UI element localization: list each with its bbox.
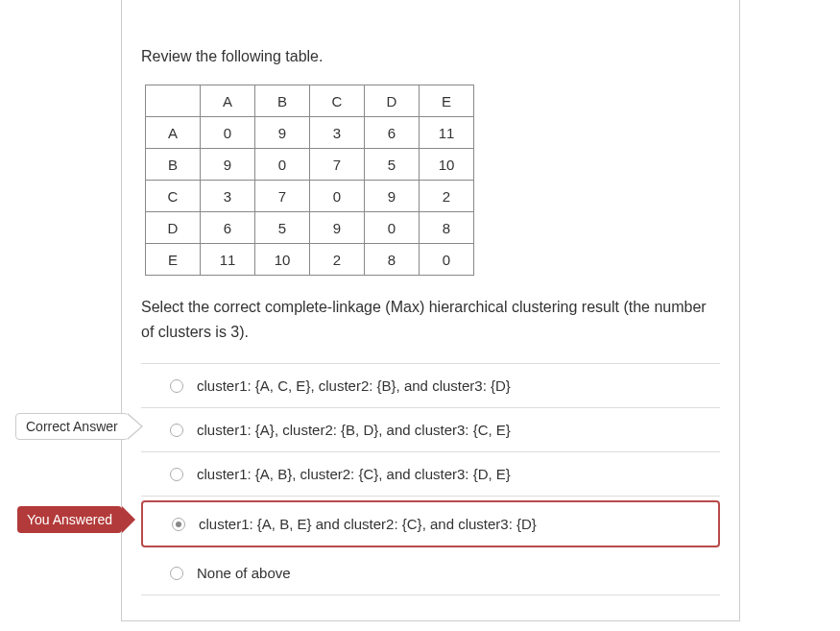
table-cell: 0 bbox=[201, 117, 255, 149]
table-header-cell bbox=[146, 85, 201, 117]
table-cell: 5 bbox=[365, 149, 420, 181]
radio-icon bbox=[170, 424, 183, 437]
table-cell: 9 bbox=[365, 181, 420, 212]
badge-label: Correct Answer bbox=[26, 419, 118, 434]
table-cell: 7 bbox=[255, 181, 310, 212]
option-2[interactable]: cluster1: {A}, cluster2: {B, D}, and clu… bbox=[141, 408, 720, 452]
option-label: cluster1: {A, B}, cluster2: {C}, and clu… bbox=[197, 466, 511, 482]
table-row-label: E bbox=[146, 244, 201, 276]
table-header-cell: D bbox=[365, 85, 420, 117]
radio-icon-filled bbox=[172, 518, 185, 531]
option-5[interactable]: None of above bbox=[141, 551, 720, 595]
options-list: cluster1: {A, C, E}, cluster2: {B}, and … bbox=[141, 363, 720, 595]
option-label: cluster1: {A, B, E} and cluster2: {C}, a… bbox=[199, 516, 537, 532]
question-content: Review the following table. A B C D E A … bbox=[122, 0, 739, 615]
option-4-selected[interactable]: cluster1: {A, B, E} and cluster2: {C}, a… bbox=[141, 500, 720, 547]
table-cell: 0 bbox=[255, 149, 310, 181]
table-row-label: C bbox=[146, 181, 201, 212]
table-header-cell: E bbox=[420, 85, 474, 117]
table-cell: 8 bbox=[420, 212, 474, 244]
radio-icon bbox=[170, 567, 183, 580]
option-label: cluster1: {A, C, E}, cluster2: {B}, and … bbox=[197, 377, 511, 394]
table-cell: 9 bbox=[310, 212, 365, 244]
table-cell: 9 bbox=[255, 117, 310, 149]
question-container: Review the following table. A B C D E A … bbox=[121, 0, 740, 621]
table-cell: 3 bbox=[310, 117, 365, 149]
table-cell: 0 bbox=[420, 244, 474, 276]
radio-icon bbox=[170, 379, 183, 393]
table-cell: 5 bbox=[255, 212, 310, 244]
table-cell: 7 bbox=[310, 149, 365, 181]
table-cell: 6 bbox=[201, 212, 255, 244]
table-row: E 11 10 2 8 0 bbox=[146, 244, 474, 276]
table-cell: 11 bbox=[420, 117, 474, 149]
table-row: C 3 7 0 9 2 bbox=[146, 181, 474, 212]
table-cell: 10 bbox=[420, 149, 474, 181]
review-instruction: Review the following table. bbox=[141, 48, 720, 65]
option-3[interactable]: cluster1: {A, B}, cluster2: {C}, and clu… bbox=[141, 452, 720, 497]
table-cell: 0 bbox=[365, 212, 420, 244]
table-header-row: A B C D E bbox=[146, 85, 474, 117]
table-header-cell: B bbox=[255, 85, 310, 117]
table-cell: 2 bbox=[420, 181, 474, 212]
table-cell: 11 bbox=[201, 244, 255, 276]
correct-answer-badge: Correct Answer bbox=[15, 413, 129, 440]
radio-icon bbox=[170, 468, 183, 481]
table-cell: 6 bbox=[365, 117, 420, 149]
option-1[interactable]: cluster1: {A, C, E}, cluster2: {B}, and … bbox=[141, 364, 720, 408]
table-row-label: D bbox=[146, 212, 201, 244]
table-header-cell: A bbox=[201, 85, 255, 117]
option-label: None of above bbox=[197, 565, 291, 581]
arrow-right-icon bbox=[127, 414, 141, 439]
badge-label: You Answered bbox=[27, 512, 112, 527]
table-header-cell: C bbox=[310, 85, 365, 117]
table-row: B 9 0 7 5 10 bbox=[146, 149, 474, 181]
table-cell: 8 bbox=[365, 244, 420, 276]
table-cell: 0 bbox=[310, 181, 365, 212]
you-answered-badge: You Answered bbox=[17, 506, 122, 533]
table-cell: 10 bbox=[255, 244, 310, 276]
table-row-label: A bbox=[146, 117, 201, 149]
table-row: D 6 5 9 0 8 bbox=[146, 212, 474, 244]
table-cell: 2 bbox=[310, 244, 365, 276]
option-label: cluster1: {A}, cluster2: {B, D}, and clu… bbox=[197, 422, 511, 438]
table-row-label: B bbox=[146, 149, 201, 181]
question-prompt: Select the correct complete-linkage (Max… bbox=[141, 295, 720, 344]
distance-matrix-table: A B C D E A 0 9 3 6 11 B 9 0 7 5 10 bbox=[145, 85, 474, 276]
table-cell: 9 bbox=[201, 149, 255, 181]
table-cell: 3 bbox=[201, 181, 255, 212]
table-row: A 0 9 3 6 11 bbox=[146, 117, 474, 149]
